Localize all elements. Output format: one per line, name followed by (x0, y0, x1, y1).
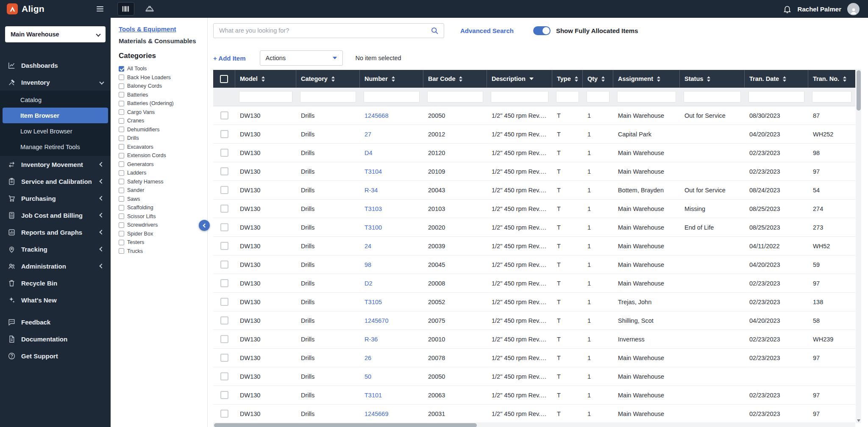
checkbox-icon[interactable] (119, 248, 124, 254)
checkbox-icon[interactable] (119, 196, 124, 202)
col-header-model[interactable]: Model (235, 70, 296, 88)
checkbox-icon[interactable] (119, 101, 124, 106)
checkbox-icon[interactable] (119, 214, 124, 219)
col-header-qty[interactable]: Qty (583, 70, 613, 88)
cell-number-link[interactable]: T3101 (360, 392, 423, 399)
checkbox-icon[interactable] (119, 222, 124, 228)
sidebar-item-reports-graphs[interactable]: Reports and Graphs (0, 224, 111, 241)
row-checkbox[interactable] (220, 391, 228, 399)
category-item[interactable]: Scissor Lifts (119, 212, 201, 221)
category-item[interactable]: Dehumidifiers (119, 125, 201, 134)
table-row[interactable]: DW130 Drills 98 20045 1/2" 450 rpm Rev. … (213, 255, 855, 274)
sidebar-item-recycle-bin[interactable]: Recycle Bin (0, 274, 111, 291)
hamburger-menu-icon[interactable] (95, 4, 105, 14)
cell-number-link[interactable]: 50 (360, 373, 423, 380)
sidebar-item-service-calibration[interactable]: Service and Calibration (0, 173, 111, 190)
checkbox-icon[interactable] (119, 179, 124, 184)
category-item[interactable]: All Tools (119, 64, 201, 73)
sidebar-item-get-support[interactable]: Get Support (0, 347, 111, 364)
row-checkbox[interactable] (220, 316, 228, 324)
cell-number-link[interactable]: 1245668 (360, 112, 423, 119)
category-item[interactable]: Cranes (119, 116, 201, 125)
sidebar-item-feedback[interactable]: Feedback (0, 313, 111, 330)
cell-number-link[interactable]: 1245669 (360, 410, 423, 417)
filter-input-barcode[interactable] (427, 91, 483, 103)
col-header-tran-no[interactable]: Tran. No. (808, 70, 855, 88)
checkbox-icon[interactable] (119, 240, 124, 245)
filter-input-status[interactable] (684, 91, 741, 103)
tab-materials-consumables-filter[interactable]: Materials & Consumables (119, 37, 201, 44)
checkbox-icon[interactable] (119, 205, 124, 211)
sidebar-item-manage-retired-tools[interactable]: Manage Retired Tools (0, 139, 111, 155)
sidebar-item-documentation[interactable]: Documentation (0, 330, 111, 347)
filter-input-tran-no[interactable] (812, 91, 851, 103)
filter-input-description[interactable] (491, 91, 548, 103)
table-row[interactable]: DW130 Drills R-36 20010 1/2" 450 rpm Rev… (213, 330, 855, 349)
category-item[interactable]: Extension Cords (119, 151, 201, 160)
filter-input-assignment[interactable] (617, 91, 676, 103)
table-row[interactable]: DW130 Drills R-34 20043 1/2" 450 rpm Rev… (213, 181, 855, 200)
row-checkbox[interactable] (220, 223, 228, 231)
filter-input-category[interactable] (300, 91, 356, 103)
category-item[interactable]: Testers (119, 238, 201, 247)
cell-number-link[interactable]: T3105 (360, 299, 423, 305)
row-checkbox[interactable] (220, 167, 228, 175)
cell-number-link[interactable]: R-36 (360, 336, 423, 343)
sidebar-item-purchasing[interactable]: Purchasing (0, 190, 111, 207)
add-item-button[interactable]: + Add Item (213, 55, 246, 62)
checkbox-icon[interactable] (119, 127, 124, 132)
col-header-type[interactable]: Type (552, 70, 583, 88)
checkbox-icon[interactable] (119, 136, 124, 141)
table-row[interactable]: DW130 Drills T3101 20063 1/2" 450 rpm Re… (213, 386, 855, 405)
col-header-assignment[interactable]: Assignment (613, 70, 680, 88)
col-header-status[interactable]: Status (680, 70, 745, 88)
col-header-category[interactable]: Category (296, 70, 360, 88)
category-item[interactable]: Sander (119, 186, 201, 195)
row-checkbox[interactable] (220, 335, 228, 343)
checkbox-icon[interactable] (119, 118, 124, 124)
table-row[interactable]: DW130 Drills 50 20050 1/2" 450 rpm Rev. … (213, 367, 855, 386)
category-item[interactable]: Safety Harness (119, 177, 201, 186)
row-checkbox[interactable] (220, 261, 228, 269)
sidebar-item-administration[interactable]: Administration (0, 258, 111, 274)
category-item[interactable]: Scaffolding (119, 203, 201, 212)
category-item[interactable]: Cargo Vans (119, 108, 201, 117)
cell-number-link[interactable]: D4 (360, 150, 423, 156)
category-item[interactable]: Ladders (119, 169, 201, 177)
col-header-description[interactable]: Description (487, 70, 552, 88)
horizontal-scrollbar[interactable] (213, 422, 855, 427)
actions-dropdown[interactable]: Actions (260, 50, 343, 66)
table-row[interactable]: DW130 Drills D4 20120 1/2" 450 rpm Rev. … (213, 144, 855, 162)
warehouse-selector[interactable]: Main Warehouse (5, 26, 106, 42)
sidebar-item-inventory[interactable]: Inventory (0, 74, 111, 91)
scrollbar-down-arrow[interactable] (857, 419, 860, 422)
notifications-bell-icon[interactable] (783, 5, 792, 14)
row-checkbox[interactable] (220, 410, 228, 418)
checkbox-icon[interactable] (119, 188, 124, 193)
category-item[interactable]: Drills (119, 134, 201, 143)
checkbox-icon[interactable] (119, 153, 124, 158)
sidebar-item-inventory-movement[interactable]: Inventory Movement (0, 156, 111, 173)
vertical-scrollbar[interactable] (856, 69, 861, 423)
advanced-search-link[interactable]: Advanced Search (460, 27, 514, 34)
row-checkbox[interactable] (220, 279, 228, 287)
row-checkbox[interactable] (220, 130, 228, 138)
category-item[interactable]: Batteries (Ordering) (119, 99, 201, 108)
category-item[interactable]: Spider Box (119, 230, 201, 238)
tab-materials[interactable] (141, 2, 158, 16)
search-input[interactable] (213, 23, 444, 38)
cell-number-link[interactable]: T3104 (360, 168, 423, 175)
cell-number-link[interactable]: T3100 (360, 224, 423, 231)
horizontal-scrollbar-thumb[interactable] (214, 423, 477, 427)
sidebar-item-dashboards[interactable]: Dashboards (0, 57, 111, 74)
filter-input-type[interactable] (556, 91, 579, 103)
category-item[interactable]: Back Hoe Loaders (119, 73, 201, 82)
checkbox-icon[interactable] (119, 66, 124, 72)
cell-number-link[interactable]: 24 (360, 243, 423, 250)
tab-tools-equipment-filter[interactable]: Tools & Equipment (119, 25, 201, 33)
col-header-tran-date[interactable]: Tran. Date (745, 70, 808, 88)
table-row[interactable]: DW130 Drills 1245669 20031 1/2" 450 rpm … (213, 405, 855, 423)
sidebar-item-job-cost-billing[interactable]: Job Cost and Billing (0, 207, 111, 224)
category-item[interactable]: Screwdrivers (119, 221, 201, 230)
sidebar-item-low-level-browser[interactable]: Low Level Browser (0, 123, 111, 139)
